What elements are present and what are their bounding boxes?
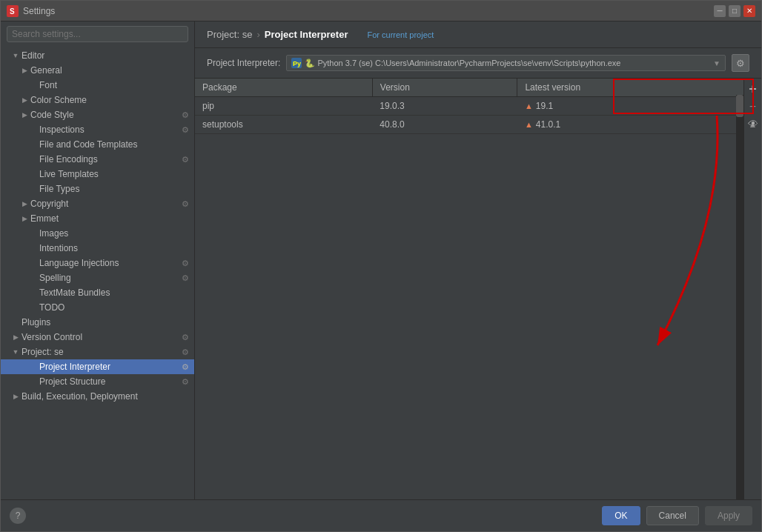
table-header-row: Package Version Latest version xyxy=(195,79,743,97)
interpreter-select[interactable]: Py 🐍 Python 3.7 (se) C:\Users\Administra… xyxy=(286,55,726,71)
file-encodings-icon: ⚙ xyxy=(179,155,191,164)
package-version: 40.8.0 xyxy=(372,116,517,134)
cancel-button[interactable]: Cancel xyxy=(646,506,699,525)
minimize-button[interactable]: ─ xyxy=(714,5,726,17)
dropdown-arrow-icon: ▼ xyxy=(713,59,720,67)
packages-table: Package Version Latest version pip 19.0.… xyxy=(195,79,743,134)
sidebar-item-plugins[interactable]: Plugins xyxy=(1,315,194,330)
interpreter-gear-button[interactable]: ⚙ xyxy=(732,54,749,72)
sidebar-item-label: Font xyxy=(39,80,194,90)
sidebar-item-intentions[interactable]: Intentions xyxy=(1,241,194,256)
lang-injections-icon: ⚙ xyxy=(179,259,191,268)
sidebar-item-label: Color Scheme xyxy=(30,95,194,105)
sidebar-item-label: Build, Execution, Deployment xyxy=(21,391,194,402)
color-scheme-arrow: ▶ xyxy=(19,96,30,104)
sidebar-item-textmate-bundles[interactable]: TextMate Bundles xyxy=(1,285,194,300)
sidebar-item-label: Inspections xyxy=(39,124,179,135)
breadcrumb-separator: › xyxy=(256,29,259,40)
sidebar-item-copyright[interactable]: ▶ Copyright ⚙ xyxy=(1,196,194,211)
gear-icon: ⚙ xyxy=(736,58,745,69)
sidebar-item-todo[interactable]: TODO xyxy=(1,300,194,315)
main-panel: Project: se › Project Interpreter For cu… xyxy=(195,21,761,499)
svg-text:Py: Py xyxy=(293,60,301,67)
breadcrumb: Project: se › Project Interpreter For cu… xyxy=(195,21,761,48)
sidebar-item-label: TextMate Bundles xyxy=(39,287,194,298)
column-header-latest: Latest version xyxy=(517,79,743,97)
sidebar-item-general[interactable]: ▶ General xyxy=(1,63,194,78)
table-row[interactable]: pip 19.0.3 ▲19.1 xyxy=(195,97,743,116)
close-button[interactable]: ✕ xyxy=(743,5,755,17)
code-style-icon: ⚙ xyxy=(179,110,191,120)
interpreter-label: Project Interpreter: xyxy=(207,58,280,68)
sidebar-item-label: Images xyxy=(39,228,194,239)
add-package-button[interactable]: + xyxy=(746,82,761,96)
project-arrow: ▼ xyxy=(10,348,21,356)
column-header-version: Version xyxy=(372,79,517,97)
sidebar-item-images[interactable]: Images xyxy=(1,226,194,241)
window-controls: ─ □ ✕ xyxy=(714,5,755,17)
sidebar-item-label: File Encodings xyxy=(39,154,179,164)
python-icon: Py xyxy=(291,58,302,68)
breadcrumb-link[interactable]: For current project xyxy=(367,30,434,39)
vertical-scrollbar[interactable] xyxy=(736,95,743,499)
sidebar-item-label: File and Code Templates xyxy=(39,139,194,150)
vc-arrow: ▶ xyxy=(10,333,21,341)
bottom-bar: ? OK Cancel Apply xyxy=(1,499,761,531)
main-content: ▼ Editor ▶ General Font ▶ Color Scheme ▶ xyxy=(1,21,761,499)
sidebar-item-file-types[interactable]: File Types xyxy=(1,182,194,196)
table-row[interactable]: setuptools 40.8.0 ▲41.0.1 xyxy=(195,116,743,134)
sidebar-item-live-templates[interactable]: Live Templates xyxy=(1,167,194,182)
sidebar-item-label: Code Style xyxy=(30,110,179,120)
sidebar-item-project-interpreter[interactable]: Project Interpreter ⚙ xyxy=(1,359,194,374)
upgrade-arrow-icon: ▲ xyxy=(525,120,533,129)
sidebar-item-build[interactable]: ▶ Build, Execution, Deployment xyxy=(1,389,194,404)
sidebar-item-code-style[interactable]: ▶ Code Style ⚙ xyxy=(1,107,194,122)
package-version: 19.0.3 xyxy=(372,97,517,116)
sidebar-item-spelling[interactable]: Spelling ⚙ xyxy=(1,270,194,285)
copyright-icon: ⚙ xyxy=(179,199,191,209)
interpreter-nav-icon: ⚙ xyxy=(179,362,191,372)
settings-window: S Settings ─ □ ✕ ▼ Editor ▶ General xyxy=(0,0,762,532)
copyright-arrow: ▶ xyxy=(19,200,30,207)
sidebar-item-inspections[interactable]: Inspections ⚙ xyxy=(1,122,194,137)
sidebar-item-project-se[interactable]: ▼ Project: se ⚙ xyxy=(1,345,194,359)
package-latest: ▲19.1 xyxy=(517,97,743,116)
sidebar-item-label: File Types xyxy=(39,184,194,194)
sidebar-item-emmet[interactable]: ▶ Emmet xyxy=(1,211,194,226)
vc-icon: ⚙ xyxy=(179,333,191,342)
sidebar-item-label: Language Injections xyxy=(39,258,179,268)
settings-tree: ▼ Editor ▶ General Font ▶ Color Scheme ▶ xyxy=(1,47,194,499)
code-style-arrow: ▶ xyxy=(19,111,30,119)
sidebar-item-label: Project: se xyxy=(21,347,179,357)
sidebar-item-label: Intentions xyxy=(39,243,194,253)
scrollbar-thumb[interactable] xyxy=(736,95,743,117)
sidebar-item-label: TODO xyxy=(39,302,194,313)
sidebar-item-label: General xyxy=(30,65,194,76)
breadcrumb-project: Project: se xyxy=(207,29,252,40)
remove-package-button[interactable]: − xyxy=(746,99,761,114)
sidebar-item-file-and-code-templates[interactable]: File and Code Templates xyxy=(1,137,194,152)
ok-button[interactable]: OK xyxy=(602,506,640,525)
help-button[interactable]: ? xyxy=(10,508,26,524)
column-header-package: Package xyxy=(195,79,372,97)
sidebar-item-version-control[interactable]: ▶ Version Control ⚙ xyxy=(1,330,194,345)
sidebar-item-project-structure[interactable]: Project Structure ⚙ xyxy=(1,374,194,389)
sidebar-item-editor[interactable]: ▼ Editor xyxy=(1,48,194,63)
apply-button[interactable]: Apply xyxy=(705,506,752,525)
eye-button[interactable]: 👁 xyxy=(745,116,761,132)
maximize-button[interactable]: □ xyxy=(729,5,741,17)
packages-area: Package Version Latest version pip 19.0.… xyxy=(195,79,761,499)
search-input[interactable] xyxy=(7,26,188,42)
sidebar-item-color-scheme[interactable]: ▶ Color Scheme xyxy=(1,93,194,107)
sidebar-item-font[interactable]: Font xyxy=(1,78,194,93)
right-side-buttons: + − ▲ xyxy=(743,79,761,499)
sidebar-item-label: Project Structure xyxy=(39,376,179,387)
upgrade-arrow-icon: ▲ xyxy=(525,102,533,110)
sidebar-item-file-encodings[interactable]: File Encodings ⚙ xyxy=(1,152,194,167)
interpreter-row: Project Interpreter: Py 🐍 Python 3.7 (se… xyxy=(195,48,761,79)
sidebar-item-language-injections[interactable]: Language Injections ⚙ xyxy=(1,256,194,270)
build-arrow: ▶ xyxy=(10,393,21,400)
packages-table-container: Package Version Latest version pip 19.0.… xyxy=(195,79,743,499)
sidebar-item-label: Plugins xyxy=(21,317,194,327)
spelling-icon: ⚙ xyxy=(179,273,191,283)
